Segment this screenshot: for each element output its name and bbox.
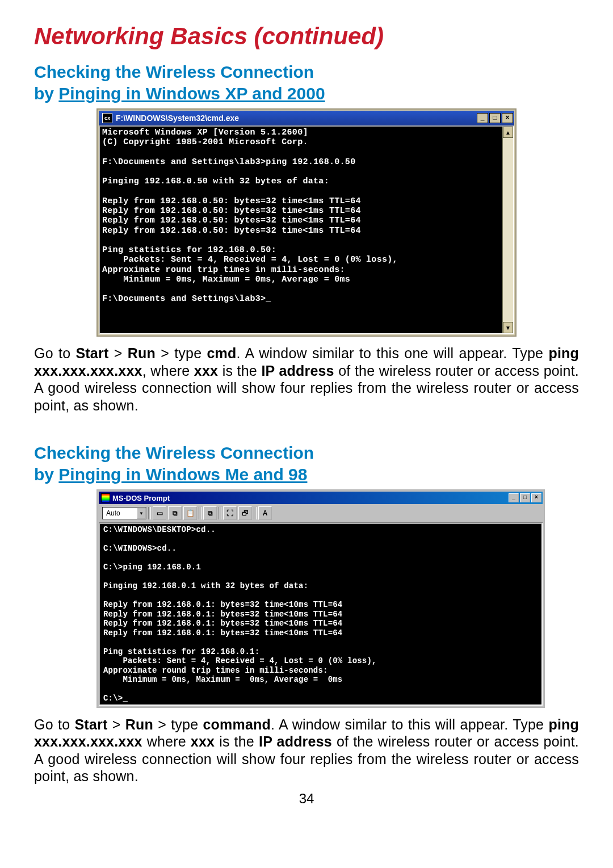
start-label: Start: [75, 345, 108, 361]
fullscreen-icon[interactable]: ⧉: [203, 506, 217, 520]
text: . A window similar to this one will appe…: [237, 345, 549, 361]
text: >: [108, 345, 127, 361]
separator: [199, 507, 201, 519]
page-title: Networking Basics (continued): [34, 23, 579, 50]
text: is the: [215, 733, 259, 749]
close-button[interactable]: ×: [502, 113, 513, 123]
section2-paragraph: Go to Start > Run > type command. A wind…: [34, 716, 579, 785]
text: , where: [142, 363, 194, 379]
cmd-label: cmd: [207, 345, 236, 361]
scroll-up-icon[interactable]: ▲: [503, 127, 513, 138]
command-label: command: [203, 716, 271, 732]
separator: [148, 507, 151, 519]
scrollbar[interactable]: ▲ ▼: [502, 127, 513, 333]
heading-line1: Checking the Wireless Connection: [34, 62, 314, 81]
text: > type: [156, 345, 207, 361]
heading2-line2-underline: Pinging in Windows Me and 98: [58, 465, 307, 484]
copy-icon[interactable]: ⧉: [168, 506, 182, 520]
msdos-body-wrap: C:\WINDOWS\DESKTOP>cd.. C:\WINDOWS>cd.. …: [99, 523, 543, 706]
msdos-window: MS-DOS Prompt _ □ × Auto ▼ ▭ ⧉ 📋 ⧉ ⛶ 🗗 A: [96, 489, 545, 708]
text: is the: [218, 363, 261, 379]
combo-value: Auto: [106, 509, 120, 517]
msdos-titlebar: MS-DOS Prompt _ □ ×: [99, 492, 543, 504]
xxx-label: xxx: [194, 363, 218, 379]
font-size-combo[interactable]: Auto ▼: [102, 507, 146, 519]
minimize-button[interactable]: _: [477, 113, 488, 123]
msdos-title: MS-DOS Prompt: [112, 494, 509, 502]
run-label: Run: [128, 345, 156, 361]
cmd-xp-figure: cx F:\WINDOWS\System32\cmd.exe _ □ × Mic…: [96, 108, 579, 337]
heading2-line2-prefix: by: [34, 465, 58, 484]
start-label: Start: [74, 716, 107, 732]
section1-heading: Checking the Wireless Connection by Ping…: [34, 61, 579, 104]
cmd-xp-titlebar: cx F:\WINDOWS\System32\cmd.exe _ □ ×: [99, 111, 514, 125]
text: >: [107, 716, 125, 732]
cmd-icon: cx: [102, 113, 112, 123]
maximize-button[interactable]: □: [489, 113, 501, 123]
heading-line2-prefix: by: [34, 84, 58, 103]
text: > type: [153, 716, 203, 732]
window-controls: _ □ ×: [477, 113, 514, 123]
minimize-button[interactable]: _: [509, 493, 519, 502]
section2-heading: Checking the Wireless Connection by Ping…: [34, 442, 579, 485]
cmd-xp-title: F:\WINDOWS\System32\cmd.exe: [116, 114, 477, 123]
heading2-line1: Checking the Wireless Connection: [34, 443, 314, 462]
msdos-icon: [101, 493, 110, 502]
ip-label: IP address: [261, 363, 334, 379]
heading-line2-underline: Pinging in Windows XP and 2000: [58, 84, 325, 103]
maximize-button[interactable]: □: [520, 493, 530, 502]
paste-icon[interactable]: 📋: [183, 506, 197, 520]
separator: [254, 507, 257, 519]
window-controls-98: _ □ ×: [509, 493, 543, 502]
chevron-down-icon[interactable]: ▼: [137, 508, 146, 519]
ip-label: IP address: [259, 733, 332, 749]
section1-paragraph: Go to Start > Run > type cmd. A window s…: [34, 345, 579, 414]
background-icon[interactable]: 🗗: [238, 506, 252, 520]
msdos-console: C:\WINDOWS\DESKTOP>cd.. C:\WINDOWS>cd.. …: [100, 524, 541, 705]
mark-icon[interactable]: ▭: [153, 506, 166, 520]
separator: [219, 507, 221, 519]
run-label: Run: [125, 716, 153, 732]
cmd-xp-console: Microsoft Windows XP [Version 5.1.2600] …: [100, 127, 502, 333]
text: . A window similar to this will appear. …: [271, 716, 548, 732]
text: where: [142, 733, 191, 749]
msdos-toolbar: Auto ▼ ▭ ⧉ 📋 ⧉ ⛶ 🗗 A: [99, 504, 543, 523]
cmd-body-wrap: Microsoft Windows XP [Version 5.1.2600] …: [99, 125, 514, 334]
close-button[interactable]: ×: [531, 493, 541, 502]
scroll-down-icon[interactable]: ▼: [503, 322, 513, 333]
properties-icon[interactable]: ⛶: [223, 506, 237, 520]
cmd-xp-window: cx F:\WINDOWS\System32\cmd.exe _ □ × Mic…: [96, 108, 517, 337]
text: Go to: [34, 716, 74, 732]
text: Go to: [34, 345, 75, 361]
font-icon[interactable]: A: [258, 506, 272, 520]
cmd-98-figure: MS-DOS Prompt _ □ × Auto ▼ ▭ ⧉ 📋 ⧉ ⛶ 🗗 A: [96, 489, 579, 708]
page-number: 34: [34, 791, 579, 807]
xxx-label: xxx: [191, 733, 215, 749]
